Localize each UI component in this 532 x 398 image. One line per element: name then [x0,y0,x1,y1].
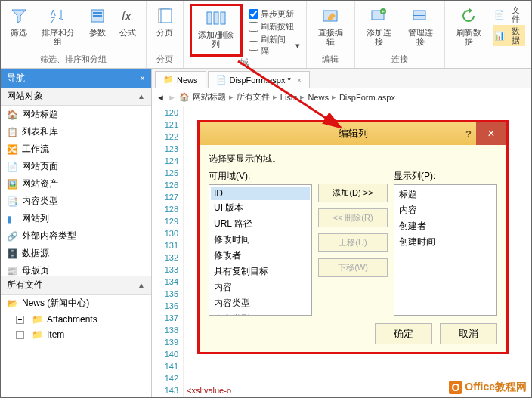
tree-attachments[interactable]: +📁Attachments [1,312,151,327]
group-label: 域 [240,57,249,68]
edit-columns-dialog: 编辑列 ? × 选择要显示的域。 可用域(V): IDUI 版本URL 路径修改… [197,120,509,354]
add-remove-column-button[interactable]: 添加/删除列 [190,4,243,57]
cancel-button[interactable]: 取消 [440,323,497,344]
sidebar-item-workflow[interactable]: 🔀工作流 [1,140,151,158]
workflow-icon: 🔀 [7,144,17,155]
tab-dispform[interactable]: 📄DispForm.aspx *× [208,71,311,88]
ribbon-group-domain: 添加/删除列 异步更新 刷新按钮 刷新间隔 ▾ 域 [184,1,307,68]
forward-icon[interactable]: ► [168,93,176,102]
column-icon: ▮ [7,214,17,224]
paging-button[interactable]: 分页 [153,4,177,39]
tree-news[interactable]: 📂News (新闻中心) [1,295,151,312]
dialog-title: 编辑列 [339,127,368,140]
refresh-button-checkbox[interactable]: 刷新按钮 [249,21,299,32]
content-type-icon: 📑 [7,196,17,207]
sidebar-item-content-types[interactable]: 📑内容类型 [1,193,151,210]
home-icon: 🏠 [7,110,17,120]
available-label: 可用域(V): [209,170,312,183]
sidebar-item-master[interactable]: 📰母版页 [1,262,151,276]
crumb-news[interactable]: News [308,93,329,102]
sync-update-checkbox[interactable]: 异步更新 [249,8,299,20]
list-icon: 📋 [7,127,17,137]
document-tabs: 📁News 📄DispForm.aspx *× [152,69,531,88]
group-label: 分页 [156,54,173,65]
crumb-lists[interactable]: Lists [280,93,298,102]
list-item[interactable]: 内容 [211,279,310,295]
page-icon: 📄 [7,162,17,172]
sort-group-button[interactable]: AZ排序和分组 [37,4,79,48]
all-files-section[interactable]: 所有文件▲ [1,276,151,295]
folder-icon: 📁 [32,329,42,340]
add-connection-button[interactable]: +添加连接 [361,4,397,48]
dialog-titlebar[interactable]: 编辑列 ? × [200,122,506,145]
list-item[interactable]: 具有复制目标 [211,264,310,279]
filter-button[interactable]: 筛选 [7,4,31,48]
list-item[interactable]: 内容 [396,202,495,218]
nav-header: 导航× [1,69,151,88]
sidebar-item-site-title[interactable]: 🏠网站标题 [1,106,151,123]
list-item[interactable]: 内容类型 ID [211,311,310,316]
expand-icon[interactable]: + [16,316,24,324]
master-icon: 📰 [7,266,17,276]
list-item[interactable]: 创建者 [396,218,495,234]
data-button[interactable]: 📊数据 [493,25,525,46]
crumb-site[interactable]: 网站标题 [193,91,226,103]
crumb-allfiles[interactable]: 所有文件 [237,91,270,103]
sidebar-item-site-assets[interactable]: 🖼️网站资产 [1,175,151,193]
sidebar-item-lists[interactable]: 📋列表和库 [1,123,151,140]
tab-news[interactable]: 📁News [155,71,206,88]
manage-connection-button[interactable]: 管理连接 [403,4,438,48]
group-label: 编辑 [322,54,339,65]
svg-rect-7 [161,9,172,23]
ribbon-group-paging: 分页 分页 [147,1,184,68]
list-item[interactable]: 内容类型 [211,295,310,311]
params-button[interactable]: 参数 [85,4,110,48]
expand-icon[interactable]: + [16,331,24,339]
watermark: OOffice教程网 [449,381,527,394]
db-icon: 🗄️ [7,248,17,259]
available-fields-list[interactable]: IDUI 版本URL 路径修改时间修改者具有复制目标内容内容类型内容类型 ID创… [209,184,312,316]
list-item[interactable]: 修改时间 [211,232,310,248]
ribbon: 筛选 AZ排序和分组 参数 fx公式 筛选、排序和分组 分页 分页 添加/删除列… [1,1,531,69]
svg-rect-3 [93,12,102,14]
close-icon[interactable]: × [476,122,506,145]
line-gutter: 1201211221231241251261271281291301311321… [152,106,184,398]
sidebar-item-columns[interactable]: ▮网站列 [1,210,151,227]
list-item[interactable]: ID [211,187,310,200]
crumb-file[interactable]: DispForm.aspx [339,93,395,102]
svg-rect-4 [93,15,102,17]
ribbon-group-refresh: 刷新数据 📄文件 📊数据 [445,1,531,68]
group-label: 筛选、排序和分组 [40,54,107,65]
ok-button[interactable]: 确定 [375,323,432,344]
direct-edit-button[interactable]: 直接编辑 [313,4,348,48]
sidebar-item-datasource[interactable]: 🗄️数据源 [1,245,151,262]
sidebar-item-ext-types[interactable]: 🔗外部内容类型 [1,227,151,245]
shown-columns-list[interactable]: 标题内容创建者创建时间 [394,184,497,316]
refresh-interval-checkbox[interactable]: 刷新间隔 ▾ [249,34,299,57]
sidebar-item-site-pages[interactable]: 📄网站页面 [1,158,151,175]
list-item[interactable]: URL 路径 [211,216,310,232]
shown-label: 显示列(P): [394,170,497,183]
ext-icon: 🔗 [7,231,17,242]
list-item[interactable]: 创建时间 [396,234,495,250]
move-down-button[interactable]: 下移(W) [318,258,388,277]
move-up-button[interactable]: 上移(U) [318,233,388,252]
add-button[interactable]: 添加(D) >> [318,184,388,202]
assets-icon: 🖼️ [7,179,17,190]
close-icon[interactable]: × [140,73,145,84]
ribbon-group-connect: +添加连接 管理连接 连接 [355,1,445,68]
home-icon[interactable]: 🏠 [179,92,190,102]
close-icon[interactable]: × [297,76,302,85]
tree-item[interactable]: +📁Item [1,327,151,342]
site-objects-section[interactable]: 网站对象▲ [1,88,151,106]
refresh-data-button[interactable]: 刷新数据 [451,4,487,48]
help-icon[interactable]: ? [466,128,472,140]
ribbon-group-filter-sort: 筛选 AZ排序和分组 参数 fx公式 筛选、排序和分组 [1,1,147,68]
back-icon[interactable]: ◄ [156,93,165,102]
formula-button[interactable]: fx公式 [116,4,140,48]
list-item[interactable]: 修改者 [211,248,310,264]
remove-button[interactable]: << 删除(R) [318,208,388,227]
list-item[interactable]: UI 版本 [211,200,310,216]
list-item[interactable]: 标题 [396,187,495,202]
file-button[interactable]: 📄文件 [493,4,525,25]
